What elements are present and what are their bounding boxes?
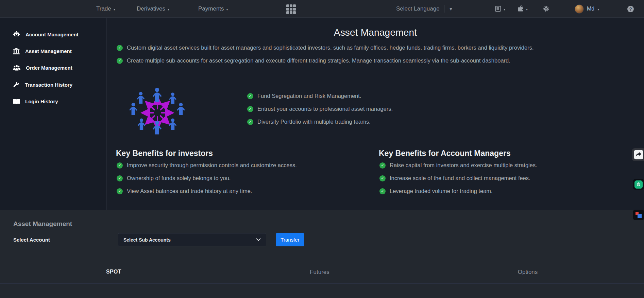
check-icon: ✓ [117, 175, 123, 181]
extension-logo-icon [638, 214, 642, 218]
nav-menu-trade[interactable]: Trade ▾ [96, 0, 115, 18]
check-icon: ✓ [247, 106, 253, 112]
sidebar-item-label: Asset Management [25, 48, 72, 54]
assistant-logo-icon [634, 180, 643, 189]
bullet-text: View Asset balances and trade history at… [127, 188, 252, 194]
feature-bullet: ✓ Entrust your accounts to professional … [247, 106, 393, 112]
nav-menu-trade-label: Trade [96, 5, 111, 12]
robot-icon [13, 31, 20, 38]
bullet-text: Leverage traded volume for trading team. [390, 188, 493, 194]
sub-accounts-dropdown-value: Select Sub Accounts [123, 237, 171, 243]
investor-bullet: ✓ Improve security through permission co… [117, 162, 297, 169]
managers-benefits-title: Key Benefits for Account Managers [379, 149, 511, 158]
bullet-text: Raise capital from investors and exercis… [390, 162, 537, 169]
check-icon: ✓ [117, 45, 123, 51]
wallet-button[interactable]: ▾ [517, 0, 528, 18]
sidebar-item-label: Login History [25, 99, 58, 104]
bank-icon [13, 48, 20, 54]
sidebar-item-label: Account Management [26, 32, 79, 37]
tabs-divider [0, 283, 644, 284]
orders-ledger-button[interactable]: ▾ [495, 0, 505, 18]
language-selector-label: Select Language [396, 5, 440, 12]
share-arrow-icon [634, 150, 643, 159]
check-icon: ✓ [379, 162, 386, 169]
check-icon: ✓ [117, 188, 123, 194]
chevron-down-icon: ▾ [226, 7, 228, 11]
username: Md [587, 6, 594, 12]
panel-title: Asset Management [13, 220, 72, 228]
sub-accounts-dropdown[interactable]: Select Sub Accounts [118, 233, 266, 246]
chevron-down-icon: ▾ [526, 7, 528, 11]
settings-button[interactable] [543, 0, 549, 18]
tab-options[interactable]: Options [518, 269, 538, 276]
users-icon [13, 65, 20, 71]
extension-widget-button[interactable] [633, 210, 644, 220]
check-icon: ✓ [247, 93, 253, 99]
transfer-button[interactable]: Transfer [276, 233, 304, 246]
nav-menu-payments-label: Payments [198, 5, 224, 12]
chevron-down-icon: ▾ [504, 7, 505, 11]
help-icon: ? [627, 6, 634, 12]
check-icon: ✓ [117, 58, 123, 64]
feature-bullet: ✓ Diversify Portfolio with multiple trad… [247, 119, 371, 125]
open-book-icon [13, 99, 20, 104]
bullet-text: Fund Segregation and Risk Management. [257, 93, 361, 99]
sidebar-item-login-history[interactable]: Login History [13, 99, 58, 104]
sidebar-item-label: Order Management [26, 65, 72, 71]
bullet-text: Custom digital asset services built for … [127, 45, 534, 51]
wrench-icon [13, 82, 19, 88]
check-icon: ✓ [379, 188, 386, 194]
share-widget-button[interactable] [632, 148, 644, 161]
asset-managers-network-illustration [127, 88, 188, 139]
feature-bullet: ✓ Fund Segregation and Risk Management. [247, 93, 361, 99]
sidebar-item-asset-management[interactable]: Asset Management [13, 48, 72, 54]
manager-bullet: ✓ Increase scale of the fund and collect… [379, 175, 530, 181]
wallet-icon [517, 5, 524, 13]
investors-benefits-title: Key Benefits for investors [116, 149, 213, 158]
account-sidebar: Account Management Asset Management Orde… [0, 18, 107, 210]
nav-menu-derivatives[interactable]: Derivatives ▾ [137, 0, 169, 18]
check-icon: ✓ [379, 175, 386, 181]
top-navbar: Trade ▾ Derivatives ▾ Payments ▾ Select … [0, 0, 644, 18]
check-icon: ✓ [117, 162, 123, 169]
chevron-down-icon: ▾ [168, 7, 169, 11]
chevron-down-icon [256, 238, 261, 241]
investor-bullet: ✓ Ownership of funds solely belongs to y… [117, 175, 231, 181]
bullet-text: Diversify Portfolio with multiple tradin… [257, 119, 371, 125]
gear-icon [543, 6, 549, 12]
ledger-book-icon [495, 5, 502, 12]
avatar [575, 4, 584, 14]
manager-bullet: ✓ Leverage traded volume for trading tea… [379, 188, 493, 194]
intro-bullet: ✓ Custom digital asset services built fo… [117, 45, 534, 51]
page-title: Asset Management [107, 27, 644, 38]
asset-management-page: Trade ▾ Derivatives ▾ Payments ▾ Select … [0, 0, 644, 298]
select-account-label: Select Account [13, 237, 50, 243]
bullet-text: Ownership of funds solely belongs to you… [127, 175, 231, 181]
sidebar-item-order-management[interactable]: Order Management [13, 65, 72, 71]
apps-grid-icon[interactable] [286, 4, 296, 14]
sidebar-item-account-management[interactable]: Account Management [13, 31, 79, 38]
bullet-text: Improve security through permission cont… [127, 162, 297, 169]
nav-menu-payments[interactable]: Payments ▾ [198, 0, 228, 18]
chevron-down-icon: ▾ [114, 7, 115, 11]
bullet-text: Entrust your accounts to professional as… [257, 106, 393, 112]
triangle-down-icon: ▼ [449, 6, 453, 12]
bullet-text: Increase scale of the fund and collect m… [390, 175, 530, 181]
intro-bullet: ✓ Create multiple sub-accounts for asset… [117, 57, 510, 64]
user-menu[interactable]: Md ▾ [575, 0, 599, 18]
investor-bullet: ✓ View Asset balances and trade history … [117, 188, 252, 194]
chevron-down-icon: ▾ [597, 7, 599, 11]
divider [444, 5, 444, 13]
sidebar-item-transaction-history[interactable]: Transaction History [13, 82, 72, 88]
tab-futures[interactable]: Futures [310, 269, 329, 276]
bullet-text: Create multiple sub-accounts for asset s… [127, 57, 510, 64]
check-icon: ✓ [247, 119, 253, 125]
help-button[interactable]: ? [627, 0, 634, 18]
tab-spot[interactable]: SPOT [106, 269, 121, 275]
nav-menu-derivatives-label: Derivatives [137, 5, 165, 12]
language-selector[interactable]: Select Language ▼ [396, 0, 453, 18]
sidebar-item-label: Transaction History [25, 82, 72, 88]
assistant-widget-button[interactable] [633, 179, 644, 190]
asset-management-panel [0, 210, 644, 298]
manager-bullet: ✓ Raise capital from investors and exerc… [379, 162, 537, 169]
